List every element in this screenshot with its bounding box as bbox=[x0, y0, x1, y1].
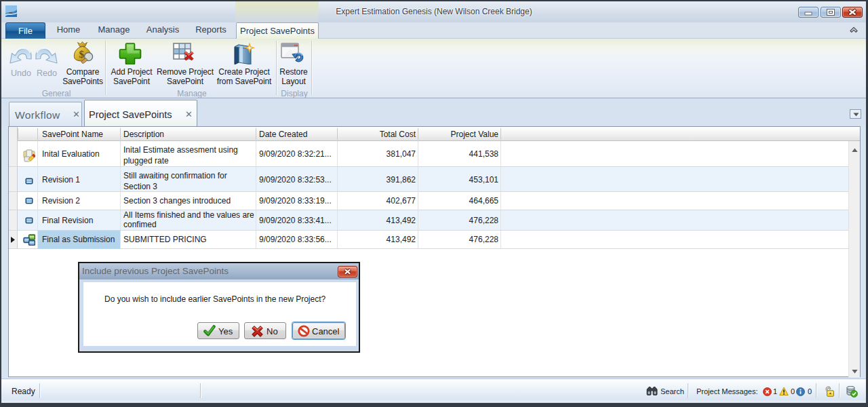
svg-text:$: $ bbox=[79, 49, 85, 60]
